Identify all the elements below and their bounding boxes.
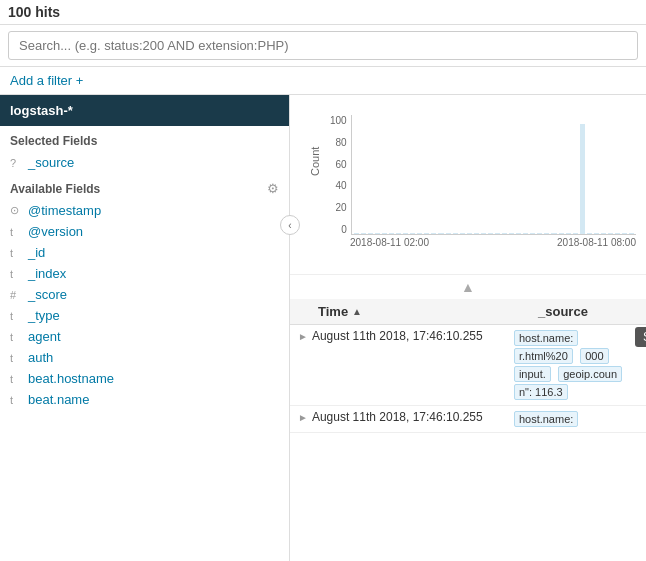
- top-bar: 100 hits: [0, 0, 646, 25]
- chart-bar: [530, 233, 535, 234]
- collapse-sidebar-button[interactable]: ‹: [280, 215, 300, 235]
- field-name-label[interactable]: _type: [28, 308, 60, 323]
- chart-bar: [502, 233, 507, 234]
- chart-bar: [516, 233, 521, 234]
- chart-bar: [622, 233, 627, 234]
- chart-bars: [351, 115, 636, 235]
- selected-fields-title: Selected Fields: [0, 126, 289, 152]
- index-pattern-header: logstash-*: [0, 95, 289, 126]
- chart-bar: [537, 233, 542, 234]
- field-name-source[interactable]: _source: [28, 155, 74, 170]
- chart-bar: [523, 233, 528, 234]
- chart-y-label: Count: [309, 147, 321, 176]
- chart-bar: [446, 233, 451, 234]
- index-pattern-label: logstash-*: [10, 103, 73, 118]
- field-name-label[interactable]: beat.hostname: [28, 371, 114, 386]
- source-tag: n": 116.3: [514, 384, 568, 400]
- chart-x-labels: 2018-08-11 02:00 2018-08-11 08:00: [300, 237, 636, 248]
- hits-count: 100 hits: [8, 4, 60, 20]
- field-type-badge: t: [10, 310, 22, 322]
- chevron-up-icon: ▲: [461, 279, 475, 295]
- row-source: host.name: r.html%20 000 input. geoip.co…: [512, 329, 638, 401]
- col-source-header: _source: [538, 304, 638, 319]
- chart-bar: [467, 233, 472, 234]
- available-field-item: t_type: [0, 305, 289, 326]
- field-name-label[interactable]: auth: [28, 350, 53, 365]
- right-panel: Count 100 80 60 40 20 0 2018-08-11 02:00…: [290, 95, 646, 561]
- chart-bar: [495, 233, 500, 234]
- selected-field-source: ? _source: [0, 152, 289, 173]
- available-field-item: tbeat.name: [0, 389, 289, 410]
- field-name-label[interactable]: @version: [28, 224, 83, 239]
- table-row: ► August 11th 2018, 17:46:10.255 host.na…: [290, 406, 646, 433]
- col-time-header[interactable]: Time ▲: [318, 304, 538, 319]
- row-expand-btn[interactable]: ►: [298, 329, 308, 342]
- chart-bar: [382, 233, 387, 234]
- chart-bar: [474, 233, 479, 234]
- table-header: Time ▲ _source: [290, 299, 646, 325]
- row-source: host.name:: [512, 410, 638, 428]
- sidebar: logstash-* Selected Fields ? _source Ava…: [0, 95, 290, 561]
- sort-indicator: ▲: [352, 306, 362, 317]
- chart-bar: [396, 233, 401, 234]
- available-field-item: t_index: [0, 263, 289, 284]
- field-type-badge: t: [10, 247, 22, 259]
- chart-bar: [417, 233, 422, 234]
- chart-bar: [559, 233, 564, 234]
- field-name-label[interactable]: agent: [28, 329, 61, 344]
- field-name-label[interactable]: _id: [28, 245, 45, 260]
- search-bar: [0, 25, 646, 67]
- chart-bar: [601, 233, 606, 234]
- field-name-label[interactable]: _index: [28, 266, 66, 281]
- chart-bar: [368, 233, 373, 234]
- chart-bar: [509, 233, 514, 234]
- field-type-badge: t: [10, 352, 22, 364]
- available-field-item: tbeat.hostname: [0, 368, 289, 389]
- available-field-item: ⊙@timestamp: [0, 200, 289, 221]
- chart-bar: [594, 233, 599, 234]
- chart-bar: [544, 233, 549, 234]
- chart-bar: [573, 233, 578, 234]
- field-type-badge: t: [10, 394, 22, 406]
- filter-bar: Add a filter +: [0, 67, 646, 95]
- chart-bar: [410, 233, 415, 234]
- results-table: Time ▲ _source ► August 11th 2018, 17:46…: [290, 299, 646, 561]
- source-tag: r.html%20: [514, 348, 573, 364]
- chart-bar: [389, 233, 394, 234]
- source-tag: geoip.coun: [558, 366, 622, 382]
- chart-bar: [460, 233, 465, 234]
- row-expand-btn[interactable]: ►: [298, 410, 308, 423]
- chart-bar: [551, 233, 556, 234]
- field-name-label[interactable]: beat.name: [28, 392, 89, 407]
- available-field-item: tauth: [0, 347, 289, 368]
- scroll-up-button[interactable]: ▲: [290, 275, 646, 299]
- field-type-badge: ⊙: [10, 204, 22, 217]
- chevron-left-icon: ‹: [288, 220, 291, 231]
- add-filter-button[interactable]: Add a filter +: [10, 73, 83, 88]
- field-name-label[interactable]: _score: [28, 287, 67, 302]
- available-fields-list: ⊙@timestampt@versiont_idt_index#_scoret_…: [0, 200, 289, 410]
- x-label-1: 2018-08-11 02:00: [350, 237, 429, 248]
- field-type-badge: t: [10, 268, 22, 280]
- search-input[interactable]: [8, 31, 638, 60]
- y-tick-40: 40: [336, 180, 347, 191]
- available-field-item: #_score: [0, 284, 289, 305]
- chart-bar: [580, 124, 585, 234]
- chart-y-axis: 100 80 60 40 20 0: [330, 115, 347, 235]
- field-type-badge: t: [10, 373, 22, 385]
- chart-bar: [431, 233, 436, 234]
- chart-bar: [424, 233, 429, 234]
- table-row: ► August 11th 2018, 17:46:10.255 host.na…: [290, 325, 646, 406]
- available-field-item: t_id: [0, 242, 289, 263]
- chart-area: Count 100 80 60 40 20 0 2018-08-11 02:00…: [290, 95, 646, 275]
- chart-bar: [375, 233, 380, 234]
- field-name-label[interactable]: @timestamp: [28, 203, 101, 218]
- gear-icon[interactable]: ⚙: [267, 181, 279, 196]
- source-tag: input.: [514, 366, 551, 382]
- chart-bar: [361, 233, 366, 234]
- field-type-badge: #: [10, 289, 22, 301]
- source-tag: host.name:: [514, 330, 578, 346]
- y-tick-80: 80: [336, 137, 347, 148]
- available-field-item: tagent: [0, 326, 289, 347]
- available-field-item: t@version: [0, 221, 289, 242]
